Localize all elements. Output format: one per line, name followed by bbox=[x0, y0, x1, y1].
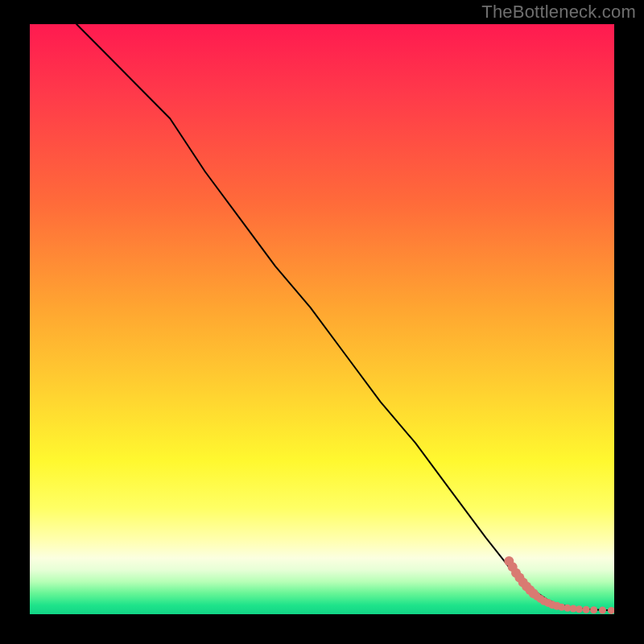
data-marker bbox=[583, 606, 590, 613]
data-marker bbox=[599, 607, 606, 614]
watermark-text: TheBottleneck.com bbox=[481, 2, 636, 23]
chart-stage: TheBottleneck.com bbox=[0, 0, 644, 644]
data-marker bbox=[576, 605, 583, 613]
plot-area bbox=[30, 24, 614, 614]
chart-svg bbox=[30, 24, 614, 614]
svg-rect-0 bbox=[30, 24, 614, 614]
data-marker bbox=[590, 606, 597, 613]
